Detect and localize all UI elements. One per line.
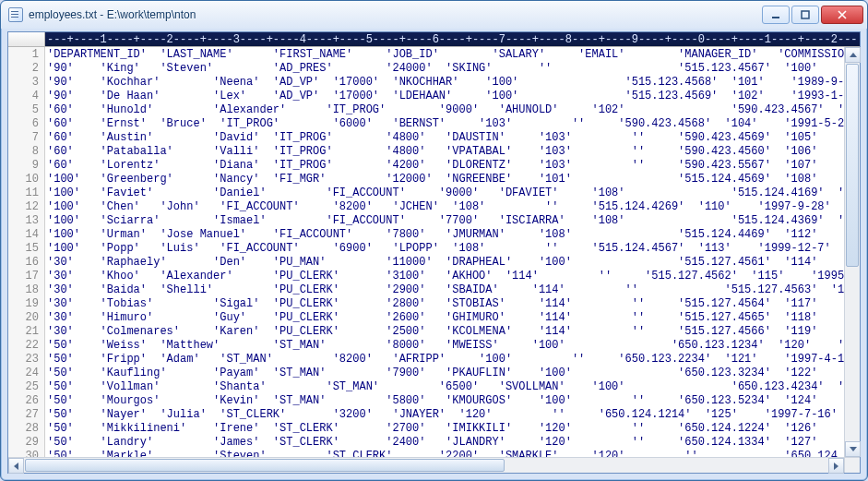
vertical-scroll-thumb[interactable]: [846, 64, 859, 267]
maximize-icon: [801, 10, 810, 19]
line-number: 24: [8, 367, 44, 380]
line-number: 16: [8, 256, 44, 270]
line-number: 28: [8, 422, 44, 436]
line-number: 14: [8, 228, 44, 242]
minimize-button[interactable]: [762, 6, 790, 24]
close-icon: [838, 10, 847, 19]
line-number: 29: [8, 436, 44, 450]
line-number: 21: [8, 325, 44, 339]
line-number: 19: [8, 297, 44, 311]
editor-client: ---+----1----+----2----+----3----+----4-…: [7, 31, 861, 474]
svg-rect-1: [802, 11, 809, 18]
line-number: 8: [8, 145, 44, 159]
line-number: 26: [8, 394, 44, 408]
line-number: 4: [8, 90, 44, 103]
chevron-down-icon: [850, 447, 857, 451]
line-number: 9: [8, 159, 44, 173]
line-number: 17: [8, 270, 44, 283]
titlebar[interactable]: employees.txt - E:\work\temp\nton: [1, 1, 867, 29]
line-number: 1: [8, 48, 44, 62]
line-number: 20: [8, 311, 44, 325]
line-number: 2: [8, 62, 44, 76]
close-button[interactable]: [821, 6, 863, 24]
text-editor[interactable]: 'DEPARTMENT_ID' 'LAST_NAME' 'FIRST_NAME'…: [45, 47, 844, 457]
chevron-right-icon: [834, 463, 838, 470]
ruler-corner: [8, 32, 45, 47]
maximize-button[interactable]: [791, 6, 819, 24]
app-window: employees.txt - E:\work\temp\nton ---+--…: [0, 0, 868, 481]
minimize-icon: [771, 10, 780, 19]
scroll-up-button[interactable]: [845, 47, 861, 63]
scroll-down-button[interactable]: [845, 441, 861, 457]
chevron-up-icon: [850, 53, 857, 57]
line-number: 18: [8, 283, 44, 297]
line-number: 3: [8, 76, 44, 90]
line-number: 11: [8, 186, 44, 200]
line-number: 10: [8, 173, 44, 186]
scrollbar-corner: [844, 457, 860, 473]
line-number-gutter: 1234567891011121314151617181920212223242…: [8, 47, 45, 457]
horizontal-scrollbar[interactable]: [8, 457, 844, 473]
line-number: 27: [8, 408, 44, 422]
horizontal-scroll-thumb[interactable]: [25, 459, 505, 472]
svg-rect-0: [772, 17, 779, 18]
line-number: 6: [8, 117, 44, 131]
line-number: 5: [8, 103, 44, 117]
line-number: 23: [8, 353, 44, 367]
line-number: 25: [8, 380, 44, 394]
scroll-right-button[interactable]: [828, 458, 844, 474]
line-number: 22: [8, 339, 44, 353]
line-number: 12: [8, 200, 44, 214]
app-icon: [8, 7, 23, 22]
column-ruler: ---+----1----+----2----+----3----+----4-…: [45, 32, 860, 47]
scroll-left-button[interactable]: [8, 458, 24, 474]
window-controls: [762, 6, 863, 24]
vertical-scrollbar[interactable]: [844, 47, 860, 457]
chevron-left-icon: [14, 463, 18, 470]
window-title: employees.txt - E:\work\temp\nton: [29, 8, 196, 21]
line-number: 7: [8, 131, 44, 145]
line-number: 15: [8, 242, 44, 256]
line-number: 30: [8, 450, 44, 457]
line-number: 13: [8, 214, 44, 228]
